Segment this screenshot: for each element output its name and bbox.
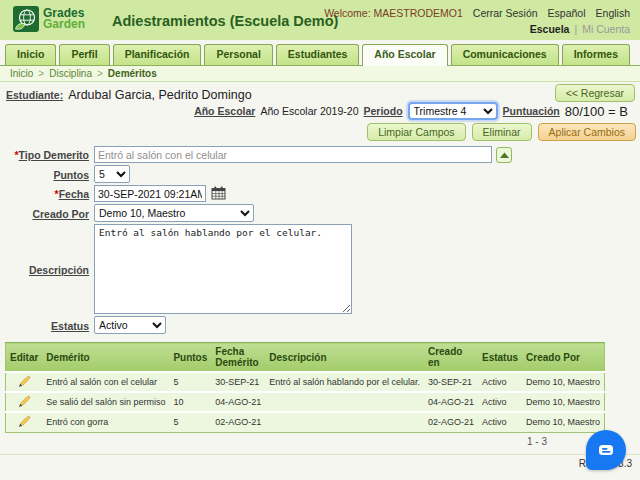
tipo-demerito-input[interactable] (94, 146, 492, 163)
context-row: Año Escolar Año Escolar 2019-20 Periodo … (0, 101, 640, 121)
cell-estatus: Activo (478, 372, 522, 392)
header-descripcion: Descripción (265, 343, 424, 373)
apply-changes-button[interactable]: Aplicar Cambios (538, 123, 636, 141)
logout-link[interactable]: Cerrar Sesión (473, 7, 538, 19)
tipo-demerito-label: Tipo Demerito (19, 149, 89, 161)
cell-puntos: 5 (169, 412, 211, 432)
breadcrumb-item-inicio[interactable]: Inicio (10, 68, 33, 79)
tab-año-escolar[interactable]: Año Escolar (362, 44, 447, 66)
demerits-table: Editar Demérito Puntos Fecha Demérito De… (5, 342, 605, 433)
chat-widget-button[interactable] (586, 430, 626, 470)
cell-demerito: Entró al salón con el celular (42, 372, 169, 392)
app-logo[interactable]: Grades Garden (13, 6, 85, 32)
cell-editar (6, 412, 43, 432)
cell-puntos: 10 (169, 392, 211, 412)
breadcrumb: Inicio>Disciplina>Deméritos (0, 66, 640, 82)
page-title: Adiestramientos (Escuela Demo) (112, 13, 338, 29)
cell-editar (6, 392, 43, 412)
delete-button[interactable]: Eliminar (472, 123, 532, 141)
header-estatus: Estatus (478, 343, 522, 373)
cell-demerito: Se salió del salón sin permiso (42, 392, 169, 412)
calendar-picker-button[interactable] (211, 186, 226, 201)
tab-planificación[interactable]: Planificación (113, 44, 202, 65)
cell-demerito: Entró con gorra (42, 412, 169, 432)
period-label: Periodo (363, 105, 402, 117)
clear-fields-button[interactable]: Limpiar Campos (367, 123, 465, 141)
cell-creado-en: 02-AGO-21 (424, 412, 478, 432)
cell-fecha-demerito: 04-AGO-21 (211, 392, 265, 412)
descripcion-label: Descripción (29, 264, 89, 276)
cell-creado-por: Demo 10, Maestro (522, 412, 605, 432)
school-link[interactable]: Escuela (530, 23, 570, 35)
edit-row-button[interactable] (18, 415, 31, 428)
cell-fecha-demerito: 02-AGO-21 (211, 412, 265, 432)
edit-row-button[interactable] (18, 375, 31, 388)
breadcrumb-item-disciplina[interactable]: Disciplina (49, 68, 92, 79)
descripcion-textarea[interactable] (94, 224, 352, 314)
header-creado-en: Creado en (424, 343, 478, 373)
calendar-icon (211, 186, 226, 200)
puntos-row: Puntos 5 (0, 165, 640, 183)
fecha-row: *Fecha (0, 185, 640, 202)
account-separator: | (574, 23, 577, 35)
student-label: Estudiante: (6, 89, 63, 101)
score-label: Puntuación (503, 105, 560, 117)
globe-leaf-icon (13, 6, 39, 32)
creado-por-label: Creado Por (32, 208, 89, 220)
table-row: Se salió del salón sin permiso1004-AGO-2… (6, 392, 605, 412)
cell-descripcion (265, 412, 424, 432)
tipo-label-wrap: *Tipo Demerito (0, 146, 94, 163)
cell-estatus: Activo (478, 412, 522, 432)
tab-comunicaciones[interactable]: Comunicaciones (451, 44, 559, 65)
collapse-panel-button[interactable] (496, 147, 512, 163)
fecha-label: Fecha (59, 188, 89, 200)
cell-creado-por: Demo 10, Maestro (522, 392, 605, 412)
estatus-row: Estatus Activo (0, 316, 640, 334)
demerit-form: *Tipo Demerito Puntos 5 *Fecha (0, 146, 640, 334)
logo-text: Grades Garden (43, 8, 85, 30)
cell-creado-en: 04-AGO-21 (424, 392, 478, 412)
puntos-select[interactable]: 5 (94, 165, 130, 183)
my-account-link[interactable]: Mi Cuenta (582, 23, 630, 35)
demerits-table-body: Entró al salón con el celular530-SEP-21E… (6, 372, 605, 432)
creado-por-row: Creado Por Demo 10, Maestro (0, 204, 640, 222)
logo-line2: Garden (43, 19, 85, 30)
edit-row-button[interactable] (18, 395, 31, 408)
score-value: 80/100 = B (565, 104, 628, 119)
app-header: Grades Garden Adiestramientos (Escuela D… (0, 0, 640, 40)
tab-informes[interactable]: Informes (562, 44, 630, 65)
tab-estudiantes[interactable]: Estudiantes (276, 44, 360, 65)
pencil-icon (18, 395, 31, 408)
table-row: Entró con gorra502-AGO-2102-AGO-21Activo… (6, 412, 605, 432)
cell-estatus: Activo (478, 392, 522, 412)
language-english-link[interactable]: English (596, 7, 630, 19)
tipo-row: *Tipo Demerito (0, 146, 640, 163)
tab-inicio[interactable]: Inicio (5, 44, 56, 65)
period-select[interactable]: Trimestre 4 (408, 102, 498, 120)
pencil-icon (18, 415, 31, 428)
estatus-select[interactable]: Activo (94, 316, 166, 334)
tab-bar: InicioPerfilPlanificaciónPersonalEstudia… (0, 44, 640, 66)
cell-puntos: 5 (169, 372, 211, 392)
tab-personal[interactable]: Personal (204, 44, 272, 65)
header-editar: Editar (6, 343, 43, 373)
header-creado-por: Creado Por (522, 343, 605, 373)
back-button[interactable]: << Regresar (555, 84, 635, 102)
cell-creado-por: Demo 10, Maestro (522, 372, 605, 392)
pagination: 1 - 3 (5, 436, 557, 447)
breadcrumb-separator: > (97, 68, 103, 79)
header-demerito: Demérito (42, 343, 169, 373)
header-puntos: Puntos (169, 343, 211, 373)
table-row: Entró al salón con el celular530-SEP-21E… (6, 372, 605, 392)
puntos-label: Puntos (53, 169, 89, 181)
student-name: Ardubal Garcia, Pedrito Domingo (68, 88, 251, 102)
fecha-input[interactable] (94, 185, 206, 202)
tab-perfil[interactable]: Perfil (59, 44, 109, 65)
creado-por-select[interactable]: Demo 10, Maestro (94, 204, 254, 222)
cell-fecha-demerito: 30-SEP-21 (211, 372, 265, 392)
action-buttons: Limpiar Campos Eliminar Aplicar Cambios (0, 123, 640, 141)
breadcrumb-item-deméritos: Deméritos (108, 68, 157, 79)
language-spanish-link[interactable]: Español (548, 7, 586, 19)
release-version: Release 3.3 (0, 455, 640, 469)
page: Grades Garden Adiestramientos (Escuela D… (0, 0, 640, 480)
